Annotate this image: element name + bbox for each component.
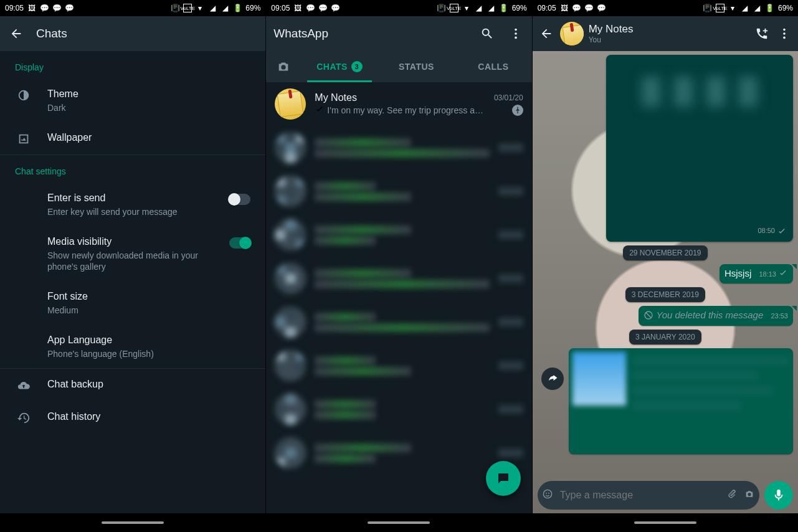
message-input[interactable] [560, 490, 720, 501]
chat-name: My Notes [315, 92, 494, 103]
chat-list[interactable]: My Notes03/01/20 I'm on my way. See my t… [266, 82, 531, 513]
nav-bar [266, 513, 531, 532]
camera-icon[interactable] [744, 489, 754, 501]
tab-status[interactable]: STATUS [378, 51, 455, 82]
forward-icon[interactable] [541, 368, 564, 390]
app-language-row[interactable]: App Language Phone's language (English) [0, 325, 265, 368]
theme-value: Dark [47, 102, 250, 113]
mic-button[interactable] [764, 481, 793, 510]
chat-row-redacted[interactable] [266, 344, 531, 387]
vibrate-icon: 📳 [171, 4, 179, 12]
date-chip: 3 JANUARY 2020 [629, 330, 701, 344]
svg-point-8 [543, 490, 551, 498]
chat-row-redacted[interactable] [266, 300, 531, 344]
wifi-icon: ▾ [462, 4, 471, 12]
input-bar [533, 477, 798, 513]
battery-pct: 69% [245, 4, 260, 12]
battery-icon: 🔋 [766, 4, 774, 12]
svg-point-1 [515, 32, 517, 35]
link-preview-message[interactable] [569, 348, 793, 454]
message-field[interactable] [538, 481, 759, 510]
chat-row-my-notes[interactable]: My Notes03/01/20 I'm on my way. See my t… [266, 82, 531, 126]
chat-preview: I'm on my way. See my trip progress a… [327, 105, 509, 115]
app-lang-value: Phone's language (English) [47, 348, 250, 359]
tab-chats[interactable]: CHATS3 [301, 51, 378, 82]
new-chat-fab[interactable] [486, 461, 521, 496]
block-icon [644, 311, 653, 322]
messenger-icon: 💬 [572, 4, 581, 12]
message-time: 08:50 [758, 227, 775, 238]
font-size-value: Medium [47, 305, 250, 316]
message-time: 23:53 [771, 312, 788, 320]
status-time: 09:05 [5, 4, 24, 12]
pin-icon [512, 105, 523, 116]
status-time: 09:05 [538, 4, 556, 12]
tab-bar: CHATS3 STATUS CALLS [266, 51, 531, 82]
font-size-title: Font size [47, 290, 250, 303]
tab-calls[interactable]: CALLS [455, 51, 531, 82]
svg-point-10 [548, 493, 549, 494]
search-icon[interactable] [478, 25, 496, 42]
signal-icon: ◢ [741, 4, 749, 12]
wallpaper-row[interactable]: Wallpaper [0, 122, 265, 154]
my-notes-avatar [275, 88, 306, 120]
chat-row-redacted[interactable] [266, 169, 531, 213]
chat-row-redacted[interactable] [266, 213, 531, 257]
message-out[interactable]: Hsjsjsj 18:13 [720, 264, 793, 283]
status-bar: 09:05 🖼 💬 💬 💬 📳 VoLTE ▾ ◢ ◢ 🔋 69% [266, 0, 531, 16]
gallery-icon: 🖼 [27, 4, 36, 12]
media-vis-switch[interactable] [229, 237, 250, 249]
theme-title: Theme [47, 87, 250, 101]
font-size-row[interactable]: Font size Medium [0, 281, 265, 325]
message-area[interactable]: 08:50 29 NOVEMBER 2019 Hsjsjsj 18:13 3 D… [533, 51, 798, 477]
status-bar: 09:05 🖼 💬 💬 💬 📳 VoLTE ▾ ◢ ◢ 🔋 69% [533, 0, 798, 16]
media-vis-sub: Show newly downloaded media in your phon… [47, 250, 214, 272]
enter-is-send-row[interactable]: Enter is send Enter key will send your m… [0, 183, 265, 226]
message-card[interactable]: 08:50 [606, 55, 793, 242]
chats-screen: 09:05 🖼 💬 💬 💬 📳 VoLTE ▾ ◢ ◢ 🔋 69% WhatsA… [265, 0, 531, 532]
add-call-icon[interactable] [753, 25, 771, 42]
signal-icon: ◢ [208, 4, 217, 12]
history-icon [15, 410, 32, 425]
app-lang-title: App Language [47, 333, 250, 347]
battery-pct: 69% [778, 4, 793, 12]
message-time: 18:13 [759, 270, 776, 278]
messenger-icon: 💬 [52, 4, 61, 12]
wallpaper-icon [15, 131, 32, 146]
theme-icon [15, 87, 32, 102]
message-text: Hsjsjsj [724, 268, 751, 278]
gallery-icon: 🖼 [560, 4, 569, 12]
back-icon[interactable] [538, 25, 555, 42]
chat-row-redacted[interactable] [266, 126, 531, 169]
messenger-icon: 💬 [585, 4, 594, 12]
back-icon[interactable] [7, 25, 25, 42]
svg-point-2 [515, 37, 517, 39]
app-title: WhatsApp [273, 27, 328, 40]
backup-title: Chat backup [47, 378, 250, 391]
signal-icon: ◢ [487, 4, 496, 12]
camera-tab-icon[interactable] [266, 60, 301, 74]
messenger-icon: 💬 [65, 4, 74, 12]
attach-icon[interactable] [727, 489, 737, 501]
conversation-avatar[interactable] [560, 22, 584, 45]
more-icon[interactable] [507, 25, 525, 42]
deleted-message[interactable]: You deleted this message 23:53 [639, 306, 793, 326]
link-thumb-redacted [572, 352, 626, 406]
history-title: Chat history [47, 410, 250, 424]
chat-history-row[interactable]: Chat history [0, 401, 265, 434]
vibrate-icon: 📳 [437, 4, 446, 12]
more-icon[interactable] [776, 25, 793, 42]
enter-send-switch[interactable] [229, 194, 250, 205]
emoji-icon[interactable] [543, 489, 553, 501]
theme-row[interactable]: Theme Dark [0, 78, 265, 122]
messenger-icon: 💬 [318, 4, 327, 12]
chat-backup-row[interactable]: Chat backup [0, 369, 265, 401]
signal-icon: ◢ [475, 4, 483, 12]
chat-row-redacted[interactable] [266, 257, 531, 300]
svg-line-7 [646, 313, 651, 318]
media-visibility-row[interactable]: Media visibility Show newly downloaded m… [0, 226, 265, 281]
wifi-icon: ▾ [196, 4, 204, 12]
volte-icon: VoLTE [183, 4, 192, 12]
enter-send-title: Enter is send [47, 191, 214, 205]
chat-row-redacted[interactable] [266, 387, 531, 431]
